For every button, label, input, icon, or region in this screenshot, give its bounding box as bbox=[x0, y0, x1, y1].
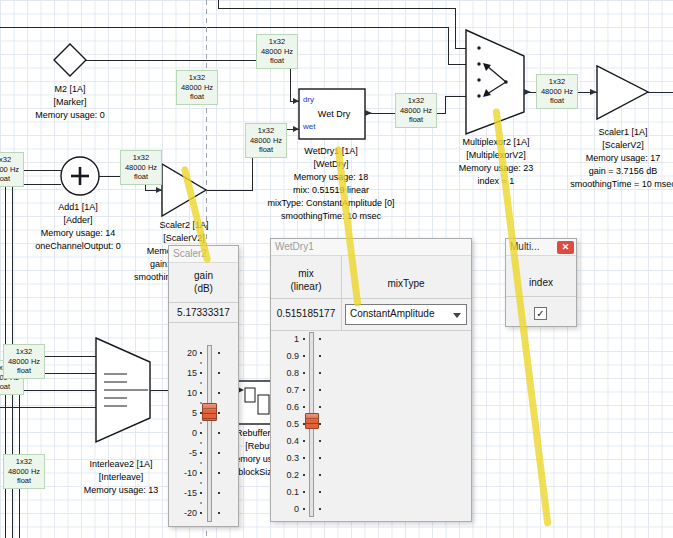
scaler1-label: Scaler1 [1A][ScalerV2]Memory usage: 17ga… bbox=[570, 126, 673, 191]
slider-tick-dot bbox=[200, 472, 202, 474]
wire-type-label: 1x3248000 Hzfloat bbox=[3, 344, 45, 379]
slider-tick-label: -10 bbox=[169, 467, 197, 479]
slider-tick-label: 10 bbox=[169, 387, 197, 399]
slider-tick-label: 0.5 bbox=[271, 418, 299, 430]
wire-type-label: 1x3248000 Hzfloat bbox=[176, 70, 218, 105]
slider-tick-dot bbox=[218, 512, 220, 514]
slider-tick-dot bbox=[303, 491, 305, 493]
inspector-panel-scaler2: Scaler2 gain (dB) 5.17333317 20151050-5-… bbox=[168, 245, 239, 527]
slider-tick-dot bbox=[200, 452, 202, 454]
slider-tick-dot bbox=[319, 423, 321, 425]
slider-tick-dot-minor bbox=[200, 442, 202, 444]
slider-tick-dot bbox=[218, 472, 220, 474]
wire-type-label: 1x3248000 Hzfloat bbox=[3, 454, 45, 489]
slider-tick-dot bbox=[303, 406, 305, 408]
audio-designer-canvas[interactable]: dry wet Wet Dry 1x3248000 Hzfloat1x32480… bbox=[0, 0, 673, 538]
slider-tick-label: 0.8 bbox=[271, 367, 299, 379]
wetdry1-label: WetDry1 [1A][WetDry]Memory usage: 18mix:… bbox=[267, 145, 394, 223]
slider-tick-dot bbox=[319, 491, 321, 493]
close-icon[interactable]: ✕ bbox=[557, 241, 574, 254]
slider-tick-label: 1 bbox=[271, 333, 299, 345]
slider-track[interactable] bbox=[207, 345, 212, 522]
slider-tick-dot bbox=[218, 432, 220, 434]
wire-type-label: 1x3248000 Hzfloat bbox=[120, 150, 162, 185]
slider-tick-dot-minor bbox=[200, 382, 202, 384]
inspector-panel-wetdry1: WetDry1 mix (linear) mixType 0.515185177… bbox=[270, 238, 472, 522]
slider-tick-dot bbox=[218, 392, 220, 394]
slider-tick-dot bbox=[200, 352, 202, 354]
slider-tick-dot bbox=[303, 389, 305, 391]
slider-tick-label: 20 bbox=[169, 347, 197, 359]
slider-handle[interactable] bbox=[305, 413, 319, 429]
slider-tick-dot bbox=[319, 474, 321, 476]
slider-tick-label: 0.1 bbox=[271, 486, 299, 498]
slider-tick-dot bbox=[200, 512, 202, 514]
slider-tick-dot bbox=[218, 372, 220, 374]
slider-tick-label: 0.6 bbox=[271, 401, 299, 413]
slider-tick-label: 0 bbox=[271, 503, 299, 515]
slider-tick-label: 0.9 bbox=[271, 350, 299, 362]
gain-slider: 20151050-5-10-15-20 bbox=[169, 246, 238, 526]
slider-tick-label: 0.7 bbox=[271, 384, 299, 396]
wire-type-label: 1x3248000 Hzfloat bbox=[536, 74, 578, 109]
slider-tick-dot bbox=[303, 474, 305, 476]
slider-tick-label: 5 bbox=[169, 407, 197, 419]
slider-tick-dot bbox=[303, 457, 305, 459]
slider-tick-dot bbox=[319, 406, 321, 408]
slider-tick-dot bbox=[200, 432, 202, 434]
slider-tick-label: 0.3 bbox=[271, 452, 299, 464]
wire-type-label: 1x3248000 Hzfloat bbox=[0, 152, 24, 187]
slider-tick-dot bbox=[200, 372, 202, 374]
slider-tick-label: 0.4 bbox=[271, 435, 299, 447]
wire-type-label: 1x3248000 Hzfloat bbox=[395, 93, 437, 128]
slider-tick-dot bbox=[200, 392, 202, 394]
m2-label: M2 [1A][Marker]Memory usage: 0 bbox=[35, 83, 105, 122]
slider-tick-dot bbox=[303, 372, 305, 374]
slider-tick-dot-minor bbox=[200, 502, 202, 504]
slider-tick-dot bbox=[319, 355, 321, 357]
wetdry-dry-pin-label: dry bbox=[303, 95, 314, 104]
slider-tick-label: 0 bbox=[169, 427, 197, 439]
slider-tick-dot-minor bbox=[200, 482, 202, 484]
check-icon: ✓ bbox=[536, 308, 544, 319]
wetdry-wet-pin-label: wet bbox=[303, 122, 315, 131]
mix-slider: 10.90.80.70.60.50.40.30.20.10 bbox=[271, 239, 471, 521]
slider-tick-dot bbox=[303, 440, 305, 442]
slider-tick-label: -20 bbox=[169, 507, 197, 519]
slider-tick-dot bbox=[303, 508, 305, 510]
slider-tick-dot bbox=[303, 355, 305, 357]
slider-tick-label: 0.2 bbox=[271, 469, 299, 481]
slider-tick-dot bbox=[218, 452, 220, 454]
slider-tick-dot bbox=[319, 457, 321, 459]
index-checkbox[interactable]: ✓ bbox=[534, 307, 547, 320]
slider-tick-dot-minor bbox=[200, 462, 202, 464]
wire-type-label: 1x3248000 Hzfloat bbox=[256, 34, 298, 69]
add1-label: Add1 [1A][Adder]Memory usage: 14oneChann… bbox=[35, 201, 121, 253]
slider-tick-dot bbox=[319, 440, 321, 442]
slider-tick-dot bbox=[319, 338, 321, 340]
slider-tick-label: -15 bbox=[169, 487, 197, 499]
slider-tick-dot bbox=[218, 412, 220, 414]
slider-tick-dot bbox=[200, 492, 202, 494]
slider-tick-dot bbox=[319, 389, 321, 391]
slider-tick-dot-minor bbox=[200, 422, 202, 424]
slider-tick-dot bbox=[218, 492, 220, 494]
interleave2-label: Interleave2 [1A][Interleave]Memory usage… bbox=[84, 458, 159, 497]
slider-tick-dot bbox=[218, 352, 220, 354]
slider-tick-label: -5 bbox=[169, 447, 197, 459]
slider-tick-dot bbox=[319, 508, 321, 510]
wetdry-body-label: Wet Dry bbox=[318, 109, 350, 119]
slider-tick-dot bbox=[303, 338, 305, 340]
slider-tick-dot-minor bbox=[200, 362, 202, 364]
slider-handle[interactable] bbox=[202, 403, 217, 421]
slider-tick-dot bbox=[319, 372, 321, 374]
slider-tick-label: 15 bbox=[169, 367, 197, 379]
